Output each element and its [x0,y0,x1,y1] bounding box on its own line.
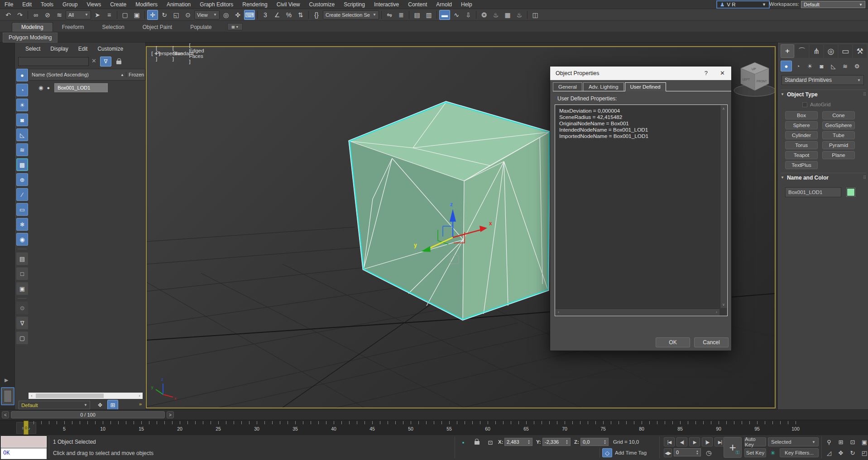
se-menu-edit[interactable]: Edit [73,46,93,52]
detail-view-icon[interactable]: ▣ [16,282,28,295]
filter-funnel-icon[interactable]: ∇ [16,317,28,329]
orbit-icon[interactable]: ↻ [848,448,858,457]
menu-item-animation[interactable]: Animation [162,1,195,8]
spacewarps-category-icon[interactable]: ≋ [839,61,851,71]
select-and-scale-icon[interactable]: ◱ [171,10,182,20]
maxscript-mini-listener[interactable]: OK [1,448,47,459]
spinner-snap-icon[interactable]: ⇅ [295,10,306,20]
close-icon[interactable]: ✕ [720,70,725,76]
menu-item-group[interactable]: Group [58,1,82,8]
menu-item-civil-view[interactable]: Civil View [272,1,305,8]
menu-item-tools[interactable]: Tools [36,1,58,8]
open-arrange-icon[interactable]: ◫ [530,10,541,20]
object-color-swatch[interactable] [847,188,855,196]
use-pivot-point-center-icon[interactable]: ◎ [221,10,231,20]
percent-snap-icon[interactable]: % [283,10,294,20]
y-coordinate-field[interactable]: -2,336▲▼ [542,438,571,446]
display-containers-filter-icon[interactable]: ▭ [16,203,28,216]
menu-item-views[interactable]: Views [82,1,106,8]
display-shapes-filter-icon[interactable]: ◔ [16,84,28,96]
display-lights-filter-icon[interactable]: ☀ [16,99,28,111]
modify-tab[interactable]: ⌒ [795,44,809,58]
z-coordinate-field[interactable]: 0,0▲▼ [580,438,609,446]
select-and-link-icon[interactable]: ∞ [30,10,41,20]
se-menu-select[interactable]: Select [20,46,45,52]
dialog-tab-user-defined[interactable]: User Defined [625,82,666,91]
scroll-down-icon[interactable]: ∨ [722,303,725,307]
visibility-eye-icon[interactable]: ◉ [38,85,43,91]
helpers-category-icon[interactable]: ◺ [828,61,839,71]
layout-flyout-arrow-icon[interactable]: ▶ [5,377,8,383]
active-layer-dropdown[interactable]: Default▼ [19,401,90,409]
display-groups-filter-icon[interactable]: ▩ [16,158,28,171]
search-input[interactable] [18,57,89,66]
teapot-button[interactable]: Teapot [785,151,818,159]
selection-set-key-dropdown[interactable]: Selected▼ [768,437,819,446]
hierarchy-tab[interactable]: ⋔ [810,44,823,58]
list-view-icon[interactable]: ▤ [16,252,28,265]
pick-container-icon[interactable]: ▢ [16,332,28,344]
select-and-manipulate-icon[interactable]: ✜ [232,10,243,20]
ribbon-tab-selection[interactable]: Selection [93,23,133,32]
mirror-icon[interactable]: ⇋ [384,10,395,20]
geosphere-button[interactable]: GeoSphere [822,121,855,129]
se-menu-display[interactable]: Display [45,46,73,52]
workspaces-dropdown[interactable]: Default▼ [801,1,865,8]
display-geometry-filter-icon[interactable]: ● [16,69,28,81]
menu-item-content[interactable]: Content [403,1,432,8]
maximize-viewport-icon[interactable]: ◰ [859,448,868,457]
ribbon-minimize-button[interactable]: ▦▾ [227,23,243,30]
set-key-button[interactable]: Set Key [744,448,766,457]
sphere-button[interactable]: Sphere [785,121,818,129]
filter-selected-icon[interactable]: ∇ [100,57,111,66]
timeline-ruler[interactable]: ≡∿ 0510152025303540455055606570758085909… [0,420,868,435]
isolate-selection-icon[interactable]: ▪ [458,438,468,447]
menu-item-customize[interactable]: Customize [305,1,340,8]
scroll-left-icon[interactable]: ‹ [558,310,559,314]
snaps-toggle-3d-icon[interactable]: 3 [260,10,271,20]
blank-view-icon[interactable]: □ [16,267,28,280]
viewport-shading-menu[interactable]: [ Edged Faces ] [191,48,202,58]
filter-settings-icon[interactable]: ⚙ [16,302,28,314]
lights-category-icon[interactable]: ☀ [804,61,815,71]
pan-icon[interactable]: ✥ [836,448,846,457]
named-selection-sets-icon[interactable]: {} [311,10,322,20]
dialog-tab-general[interactable]: General [553,82,582,91]
render-production-icon[interactable]: ♨ [514,10,525,20]
cylinder-button[interactable]: Cylinder [785,131,818,139]
absolute-mode-icon[interactable]: ⊡ [485,438,495,447]
textplus-button[interactable]: TextPlus [785,161,818,169]
zoom-icon[interactable]: ⚲ [824,437,834,446]
category-dropdown[interactable]: Standard Primitives▼ [782,75,864,85]
selection-filter-dropdown[interactable]: All▼ [66,10,91,19]
previous-key-button[interactable]: < [2,411,9,418]
menu-item-rendering[interactable]: Rendering [238,1,272,8]
toggle-ribbon-icon[interactable]: ▬ [439,10,450,20]
time-slider-handle[interactable]: 0 [24,421,29,435]
scroll-right-icon[interactable]: › [136,394,143,398]
viewport-render-preset-menu[interactable]: [ Standard ] [177,48,188,58]
previous-frame-icon[interactable]: ◀| [676,437,687,446]
material-editor-icon[interactable]: ❂ [479,10,489,20]
pyramid-button[interactable]: Pyramid [822,141,855,149]
display-cameras-filter-icon[interactable]: ◙ [16,114,28,126]
set-key-mode-icon[interactable]: ✳ [768,448,778,457]
zoom-extents-all-icon[interactable]: ▣ [859,437,868,446]
spinner-icon[interactable]: ▲▼ [528,439,530,445]
scroll-right-icon[interactable]: › [716,310,717,314]
spinner-icon[interactable]: ▲▼ [566,439,568,445]
autogrid-checkbox[interactable]: AutoGrid [802,102,830,107]
menu-item-scripting[interactable]: Scripting [339,1,369,8]
time-configuration-icon[interactable]: ◷ [704,448,714,457]
display-bones-filter-icon[interactable]: ∕ [16,188,28,201]
object-name-cell[interactable]: Box001_LOD1 [54,83,108,92]
angle-snap-icon[interactable]: ∠ [272,10,283,20]
maxscript-mini-listener-macro[interactable] [1,436,47,448]
torus-button[interactable]: Torus [785,141,818,149]
scene-explorer-row[interactable]: ◉ ● Box001_LOD1 [29,82,144,93]
lock-cell-editing-icon[interactable] [116,58,121,64]
tube-button[interactable]: Tube [822,131,855,139]
viewport-layout-button[interactable] [1,387,14,405]
time-slider[interactable]: 0 / 100 [11,411,165,418]
overflow-chevrons[interactable]: » [139,401,142,407]
